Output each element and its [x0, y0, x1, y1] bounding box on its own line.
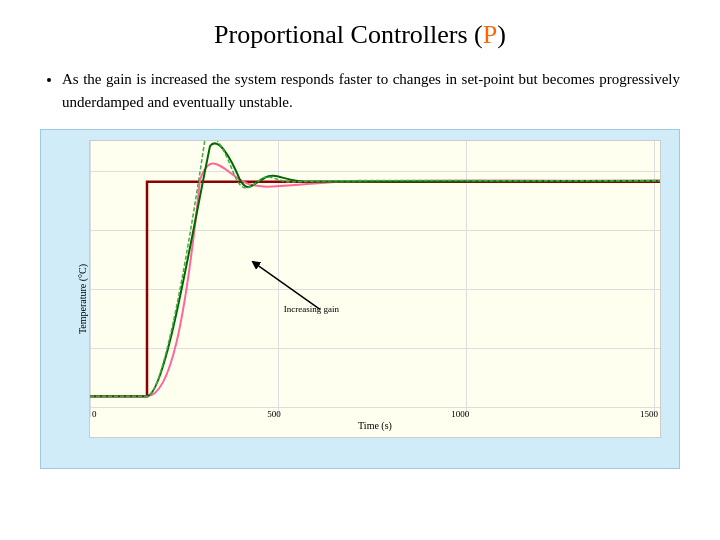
bullet-text: As the gain is increased the system resp… [40, 68, 680, 113]
chart-svg [90, 141, 660, 437]
chart-area: 180 170 160 150 140 0 500 1000 1500 Time… [89, 140, 661, 438]
y-axis-label: Temperature (°C) [77, 264, 88, 334]
chart-container: Temperature (°C) 180 170 160 150 140 0 5… [40, 129, 680, 469]
svg-line-0 [255, 263, 320, 309]
page-title: Proportional Controllers (P) [214, 20, 506, 50]
